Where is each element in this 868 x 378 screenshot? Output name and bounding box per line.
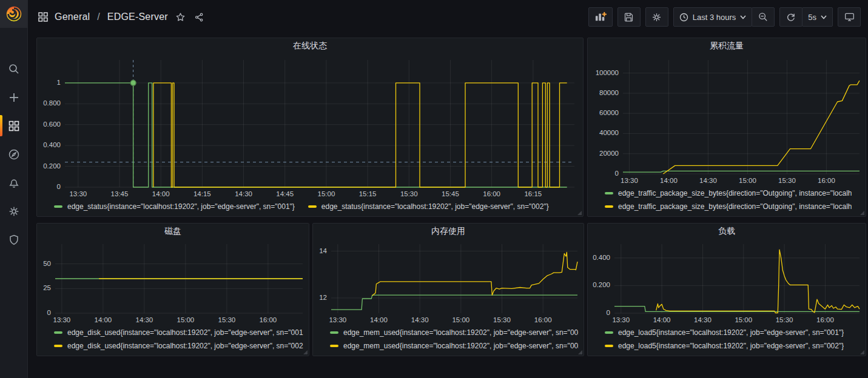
svg-text:15:00: 15:00 bbox=[452, 316, 469, 323]
dashboard-settings-button[interactable] bbox=[645, 7, 668, 27]
svg-text:16:00: 16:00 bbox=[483, 190, 500, 197]
svg-text:15:30: 15:30 bbox=[778, 177, 796, 184]
legend-swatch bbox=[54, 345, 62, 347]
share-dashboard-button[interactable] bbox=[193, 11, 206, 24]
cumulative-traffic-chart: 13:3014:0014:3015:0015:3016:001000008000… bbox=[588, 54, 866, 186]
panel-resize-handle[interactable] bbox=[860, 211, 864, 215]
svg-text:14:00: 14:00 bbox=[152, 190, 170, 197]
sidebar bbox=[0, 0, 28, 378]
refresh-interval-picker[interactable]: 5s bbox=[802, 7, 833, 27]
save-icon bbox=[624, 12, 634, 22]
legend-swatch bbox=[54, 205, 62, 208]
monitor-icon bbox=[844, 12, 855, 22]
svg-text:15:30: 15:30 bbox=[400, 190, 418, 197]
svg-text:13:30: 13:30 bbox=[69, 190, 87, 197]
add-panel-icon bbox=[594, 12, 607, 22]
legend-item[interactable]: edge_status{instance="localhost:19202", … bbox=[308, 200, 549, 213]
breadcrumb-separator: / bbox=[96, 12, 101, 22]
panel-title[interactable]: 累积流量 bbox=[588, 38, 866, 54]
sidebar-item-alerting[interactable] bbox=[0, 168, 28, 197]
legend-swatch bbox=[330, 345, 338, 347]
svg-text:14:15: 14:15 bbox=[193, 190, 211, 197]
legend-item[interactable]: edge_disk_used{instance="localhost:19202… bbox=[54, 326, 303, 339]
legend-item[interactable]: edge_mem_used{instance="localhost:19202"… bbox=[330, 326, 579, 339]
disk-chart: 13:3014:0014:3015:0015:3016:0050250 bbox=[37, 239, 309, 325]
svg-text:0: 0 bbox=[607, 309, 610, 316]
sidebar-item-configuration[interactable] bbox=[0, 197, 28, 225]
legend-item[interactable]: edge_status{instance="localhost:19202", … bbox=[54, 200, 295, 213]
svg-text:15:15: 15:15 bbox=[359, 190, 377, 197]
sidebar-item-dashboards[interactable] bbox=[0, 111, 28, 140]
svg-text:14:45: 14:45 bbox=[276, 190, 294, 197]
panel-title[interactable]: 在线状态 bbox=[37, 38, 583, 54]
refresh-interval-label: 5s bbox=[808, 13, 816, 22]
legend-label: edge_status{instance="localhost:19202", … bbox=[321, 202, 549, 211]
panel-legend: edge_load5{instance="localhost:19202", j… bbox=[588, 325, 866, 355]
save-dashboard-button[interactable] bbox=[617, 7, 641, 27]
refresh-button[interactable] bbox=[779, 7, 802, 27]
legend-swatch bbox=[605, 192, 613, 194]
star-dashboard-button[interactable] bbox=[174, 11, 187, 24]
svg-text:50: 50 bbox=[43, 260, 51, 267]
legend-item[interactable]: edge_traffic_package_size_bytes{directio… bbox=[605, 187, 852, 200]
grafana-logo[interactable] bbox=[0, 0, 28, 28]
svg-text:1: 1 bbox=[57, 79, 61, 86]
legend-item[interactable]: edge_traffic_package_size_bytes{directio… bbox=[605, 200, 852, 213]
cycle-view-mode-button[interactable] bbox=[838, 7, 861, 27]
svg-text:13:30: 13:30 bbox=[329, 316, 346, 323]
plus-icon bbox=[8, 91, 20, 104]
panel-resize-handle[interactable] bbox=[578, 350, 582, 354]
add-panel-button[interactable] bbox=[588, 7, 613, 27]
legend-item[interactable]: edge_load5{instance="localhost:19202", j… bbox=[605, 326, 844, 339]
svg-text:0.600: 0.600 bbox=[43, 121, 61, 128]
svg-text:15:30: 15:30 bbox=[493, 316, 511, 323]
legend-label: edge_status{instance="localhost:19202", … bbox=[67, 202, 295, 211]
svg-text:15:00: 15:00 bbox=[739, 177, 756, 184]
clock-icon bbox=[679, 13, 688, 22]
svg-text:15:30: 15:30 bbox=[218, 316, 235, 323]
time-controls: Last 3 hours bbox=[673, 7, 775, 27]
svg-text:0.800: 0.800 bbox=[43, 99, 61, 107]
panel-legend: edge_status{instance="localhost:19202", … bbox=[37, 199, 583, 216]
svg-text:12: 12 bbox=[319, 294, 327, 301]
legend-item[interactable]: edge_disk_used{instance="localhost:19202… bbox=[54, 339, 303, 353]
time-range-label: Last 3 hours bbox=[693, 13, 736, 22]
svg-text:14:30: 14:30 bbox=[235, 190, 252, 197]
legend-label: edge_load5{instance="localhost:19202", j… bbox=[618, 342, 844, 350]
time-range-picker[interactable]: Last 3 hours bbox=[673, 7, 753, 27]
legend-swatch bbox=[605, 345, 613, 347]
panel-title[interactable]: 负载 bbox=[588, 224, 866, 239]
breadcrumb-folder[interactable]: General bbox=[55, 12, 90, 22]
chevron-down-icon bbox=[740, 15, 746, 19]
shield-icon bbox=[8, 234, 20, 246]
share-icon bbox=[194, 12, 204, 22]
panel-resize-handle[interactable] bbox=[303, 350, 308, 354]
svg-text:14:00: 14:00 bbox=[653, 316, 671, 323]
breadcrumb-dashboard[interactable]: EDGE-Server bbox=[107, 12, 168, 22]
panel-title[interactable]: 磁盘 bbox=[37, 224, 309, 239]
compass-icon bbox=[8, 148, 20, 161]
panel-resize-handle[interactable] bbox=[577, 211, 582, 215]
legend-item[interactable]: edge_mem_used{instance="localhost:19202"… bbox=[330, 339, 579, 353]
svg-text:40000: 40000 bbox=[599, 129, 619, 136]
refresh-icon bbox=[786, 12, 796, 22]
legend-item[interactable]: edge_load5{instance="localhost:19202", j… bbox=[605, 339, 844, 353]
svg-text:16:00: 16:00 bbox=[534, 316, 552, 323]
svg-text:60000: 60000 bbox=[599, 109, 619, 116]
breadcrumb: General / EDGE-Server bbox=[38, 11, 206, 24]
sidebar-item-explore[interactable] bbox=[0, 140, 28, 168]
panel-resize-handle[interactable] bbox=[860, 350, 864, 354]
zoom-out-button[interactable] bbox=[752, 7, 775, 27]
dashboards-icon bbox=[8, 120, 20, 132]
panel-title[interactable]: 内存使用 bbox=[313, 224, 584, 239]
svg-text:16:00: 16:00 bbox=[816, 316, 834, 323]
svg-text:13:30: 13:30 bbox=[53, 316, 70, 323]
gear-icon bbox=[651, 12, 662, 22]
svg-text:14: 14 bbox=[319, 247, 327, 254]
sidebar-item-create[interactable] bbox=[0, 83, 28, 111]
svg-text:0: 0 bbox=[47, 309, 51, 316]
svg-text:14:30: 14:30 bbox=[135, 316, 153, 323]
sidebar-item-search[interactable] bbox=[0, 55, 28, 83]
svg-text:0: 0 bbox=[57, 183, 61, 190]
sidebar-item-server-admin[interactable] bbox=[0, 225, 28, 254]
